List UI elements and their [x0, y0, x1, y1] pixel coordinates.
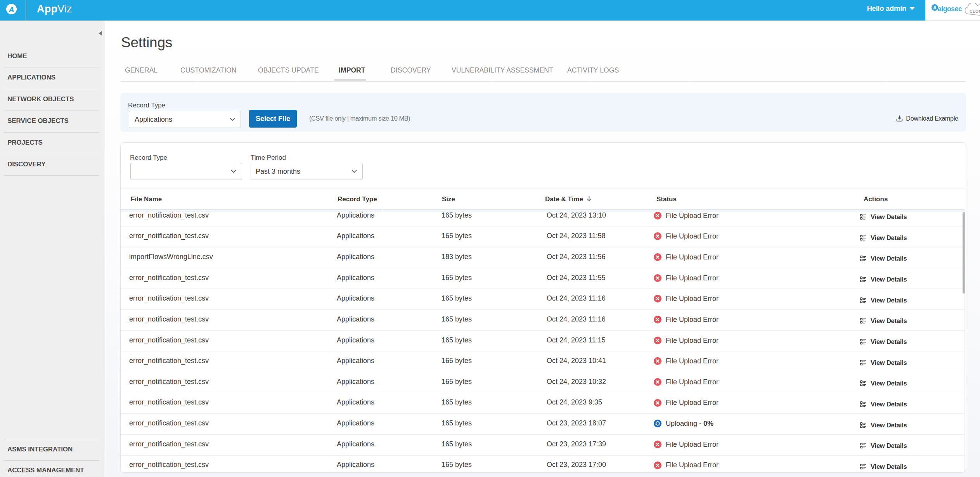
svg-text:CLOUD: CLOUD: [970, 9, 980, 14]
